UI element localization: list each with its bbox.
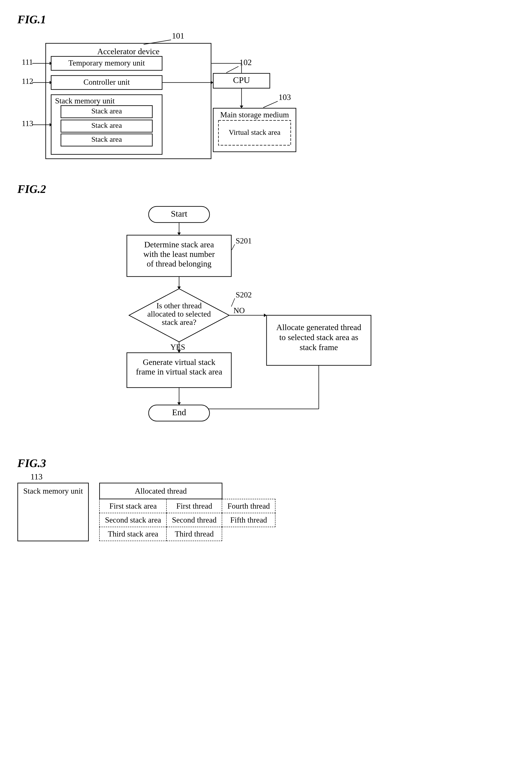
s201-text-line1: Determine stack area xyxy=(144,240,214,249)
fig2-flowchart: Start Determine stack area with the leas… xyxy=(27,200,505,440)
fig2-label: FIG.2 xyxy=(17,183,515,195)
label-111: 111 xyxy=(22,58,33,66)
label-112: 112 xyxy=(22,77,33,86)
stack-area-3-label: Stack area xyxy=(91,135,122,143)
s202-step-label: S202 xyxy=(236,290,252,299)
fig3-table-wrapper: 113 Stack memory unit Allocated thread xyxy=(17,483,515,541)
controller-label: Controller unit xyxy=(84,78,130,86)
svg-marker-23 xyxy=(240,106,243,108)
s201-text-line2: with the least number xyxy=(143,249,215,259)
fourth-thread: Fourth thread xyxy=(222,499,275,513)
table-header-row: Stack memory unit Allocated thread xyxy=(18,483,275,499)
svg-marker-28 xyxy=(177,232,181,235)
s202-text-line1: Is other thread xyxy=(156,301,202,310)
ref-101: 101 xyxy=(172,31,184,40)
accelerator-label: Accelerator device xyxy=(97,47,159,56)
no-label: NO xyxy=(233,306,245,315)
ref-102: 102 xyxy=(239,58,252,67)
col2-header-cell: Allocated thread xyxy=(99,483,222,499)
spacer-3 xyxy=(88,527,99,541)
second-thread: Second thread xyxy=(166,513,222,527)
svg-marker-42 xyxy=(264,313,267,317)
fig1-section: FIG.1 101 Accelerator device Temporary m… xyxy=(17,13,515,165)
fig3-label: FIG.3 xyxy=(17,457,515,470)
s202-text-line2: allocated to selected xyxy=(147,309,211,318)
svg-line-15 xyxy=(226,66,238,73)
svg-line-19 xyxy=(263,101,278,108)
svg-marker-40 xyxy=(177,403,181,405)
second-stack-area: Second stack area xyxy=(99,513,166,527)
temporary-memory-label: Temporary memory unit xyxy=(68,59,145,67)
s204-text-line1: Allocate generated thread xyxy=(276,323,361,332)
stack-memory-unit-header: Stack memory unit xyxy=(23,487,83,495)
third-stack-area: Third stack area xyxy=(99,527,166,541)
virtual-stack-label: Virtual stack area xyxy=(229,128,280,136)
allocated-thread-header: Allocated thread xyxy=(135,487,187,495)
stack-area-2-label: Stack area xyxy=(91,121,122,129)
svg-line-30 xyxy=(232,244,235,250)
s201-text-line3: of thread belonging xyxy=(147,259,211,268)
s204-text-line3: stack frame xyxy=(299,343,338,352)
third-thread: Third thread xyxy=(166,527,222,541)
s203-text-line1: Generate virtual stack xyxy=(143,357,215,367)
svg-marker-18 xyxy=(211,81,213,84)
spacer-1 xyxy=(88,499,99,513)
svg-line-34 xyxy=(231,298,235,306)
ref-113: 113 xyxy=(30,472,43,482)
spacer-2 xyxy=(88,513,99,527)
stack-area-1-label: Stack area xyxy=(91,107,122,115)
col1-header-cell: Stack memory unit xyxy=(18,483,89,541)
ref-103: 103 xyxy=(279,92,291,102)
s201-step-label: S201 xyxy=(236,236,252,245)
end-label: End xyxy=(172,408,186,417)
empty-cell xyxy=(222,527,275,541)
spacer-cell-1 xyxy=(88,483,99,499)
fifth-thread: Fifth thread xyxy=(222,513,275,527)
main-storage-label: Main storage medium xyxy=(220,110,289,119)
s204-text-line2: to selected stack area as xyxy=(279,333,358,342)
fig1-label: FIG.1 xyxy=(17,13,515,26)
first-stack-area: First stack area xyxy=(99,499,166,513)
cpu-label: CPU xyxy=(233,75,250,85)
s202-text-line3: stack area? xyxy=(162,318,196,326)
fig2-section: FIG.2 Start Determine stack area with th… xyxy=(17,183,515,440)
label-113: 113 xyxy=(22,119,33,128)
svg-marker-36 xyxy=(177,350,181,353)
svg-line-0 xyxy=(144,40,171,44)
stack-memory-label: Stack memory unit xyxy=(55,96,115,105)
start-label: Start xyxy=(171,209,187,219)
fig3-section: FIG.3 113 Stack memory unit Allocated th… xyxy=(17,457,515,541)
fig3-table: Stack memory unit Allocated thread First… xyxy=(17,483,275,541)
first-thread: First thread xyxy=(166,499,222,513)
s203-text-line2: frame in virtual stack area xyxy=(136,367,222,376)
